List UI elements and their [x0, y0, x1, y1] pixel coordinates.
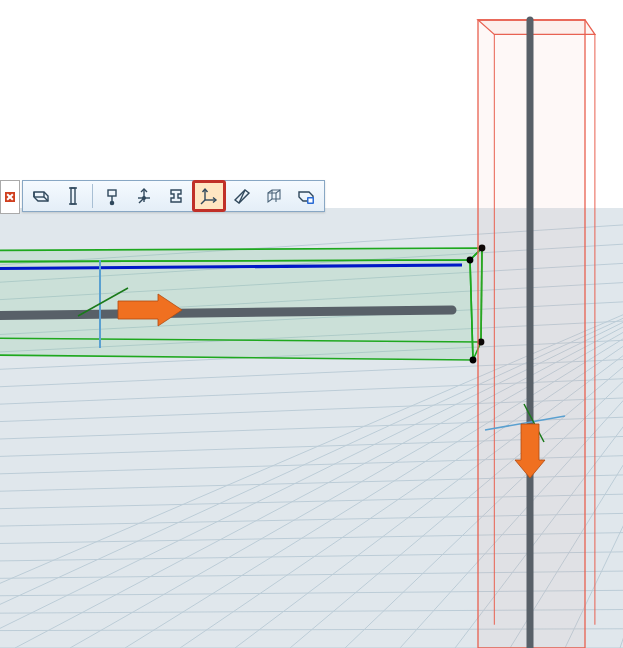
- svg-point-69: [143, 197, 146, 200]
- column-icon: [63, 186, 83, 206]
- svg-line-73: [239, 190, 245, 203]
- svg-point-65: [110, 201, 113, 204]
- edit-family[interactable]: [291, 182, 321, 210]
- svg-rect-75: [309, 199, 313, 203]
- beam-endpoint[interactable]: [470, 357, 477, 364]
- close-icon: [5, 192, 15, 202]
- svg-rect-63: [108, 190, 116, 196]
- section-symbol-icon: [166, 186, 186, 206]
- analytical-pin-icon: [102, 186, 122, 206]
- framing-type-b[interactable]: [58, 182, 88, 210]
- context-toolbar: [0, 180, 325, 212]
- structural-framing-icon: [31, 186, 51, 206]
- column-element[interactable]: [478, 20, 595, 648]
- show-section-symbol[interactable]: [161, 182, 191, 210]
- slanted-column[interactable]: [227, 182, 257, 210]
- toolbar-close-button[interactable]: [0, 180, 20, 214]
- beam-physical-axis: [0, 310, 452, 316]
- bounding-box[interactable]: [259, 182, 289, 210]
- family-editor-icon: [296, 186, 316, 206]
- beam-endpoint[interactable]: [467, 257, 474, 264]
- framing-type-a[interactable]: [26, 182, 56, 210]
- svg-rect-60: [71, 188, 75, 204]
- local-axes-icon: [134, 186, 154, 206]
- show-local-axes[interactable]: [129, 182, 159, 210]
- scene-canvas[interactable]: [0, 0, 623, 648]
- svg-line-72: [201, 200, 205, 204]
- beam-selected[interactable]: [0, 245, 485, 364]
- analytical-toggle[interactable]: [97, 182, 127, 210]
- adjust-analytical[interactable]: [193, 181, 225, 211]
- bounding-box-icon: [264, 186, 284, 206]
- coordinate-system-icon: [199, 186, 219, 206]
- viewport-3d[interactable]: [0, 0, 623, 648]
- toolbar-body: [22, 180, 325, 212]
- slanted-icon: [232, 186, 252, 206]
